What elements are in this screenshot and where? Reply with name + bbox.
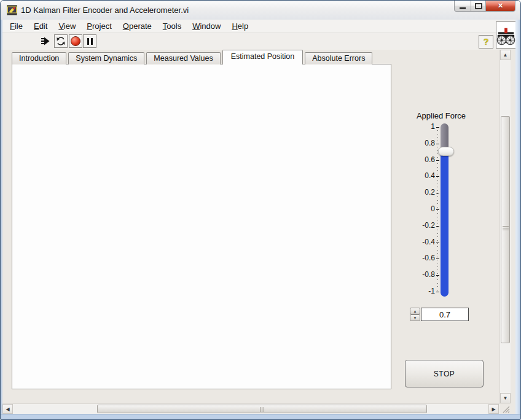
vi-icon-cart [496,21,516,49]
run-continuously-icon [56,36,66,46]
help-button[interactable]: ? [479,35,493,49]
tab-absolute-errors[interactable]: Absolute Errors [305,52,372,64]
spinner-down-icon: ▼ [413,316,417,320]
window-border-bottom [1,414,520,420]
scroll-left-icon: ◀ [6,406,9,412]
tab-estimated-position[interactable]: Estimated Position [222,50,304,64]
applied-force-value-field[interactable]: 0.7 [421,308,469,321]
spinner-up-icon: ▲ [413,309,417,313]
tab-measured-values[interactable]: Measured Values [146,52,220,64]
menu-bar: FileEditViewProjectOperateToolsWindowHel… [1,20,515,33]
slider-major-tick [436,127,439,128]
slider-major-tick [436,193,439,193]
slider-major-tick [436,160,439,161]
toolbar: ? [1,33,515,50]
title-bar[interactable]: 1D Kalman Filter Encoder and Acceleromet… [1,1,520,20]
menu-window[interactable]: Window [187,20,226,33]
thumb-grip [260,407,265,412]
resize-grip[interactable] [499,403,516,414]
tab-page-estimated-position [12,64,391,389]
tab-control: IntroductionSystem DynamicsMeasured Valu… [12,50,372,64]
vertical-scrollbar-thumb[interactable] [501,116,510,343]
slider-scale-label: 0.8 [401,139,435,147]
numeric-increment-button[interactable]: ▲ [410,308,420,314]
window-title: 1D Kalman Filter Encoder and Acceleromet… [21,6,189,15]
window-border-right [515,20,520,419]
horizontal-scrollbar[interactable]: ◀ ▶ [2,403,499,414]
slider-scale-label: -0.8 [401,270,435,279]
slider-scale-label: -0.2 [401,221,435,230]
applied-force-value: 0.7 [439,310,450,319]
slider-major-tick [436,259,439,259]
menu-file[interactable]: File [4,20,28,33]
slider-major-tick [436,243,439,243]
window-border-left [1,20,2,419]
menu-tools[interactable]: Tools [157,20,187,33]
slider-scale-label: 0.4 [401,171,435,180]
scroll-up-icon: ▲ [503,52,508,58]
slider-thumb[interactable] [438,147,454,156]
numeric-decrement-button[interactable]: ▼ [410,314,420,321]
resize-grip-icon [499,403,511,414]
pause-button[interactable] [83,34,96,48]
run-continuously-button[interactable] [54,34,68,48]
slider-scale-label: 1 [401,122,435,131]
scroll-up-button[interactable]: ▲ [500,50,511,60]
help-icon: ? [484,37,489,47]
tab-introduction[interactable]: Introduction [12,52,66,64]
run-arrow-icon [41,36,50,46]
scroll-left-button[interactable]: ◀ [2,404,13,414]
slider-major-tick [436,275,439,276]
slider-scale-label: 0.6 [401,155,435,164]
slider-label: Applied Force [407,111,475,120]
scroll-down-button[interactable]: ▼ [500,393,511,403]
slider-scale-label: 0.2 [401,188,435,196]
menu-edit[interactable]: Edit [28,20,53,33]
pause-icon [87,38,89,45]
close-icon: ✕ [498,2,503,10]
maximize-icon [475,3,482,9]
menu-operate[interactable]: Operate [117,20,157,33]
slider-scale-label: -1 [401,287,435,295]
slider-scale-label: -0.6 [401,254,435,262]
menu-project[interactable]: Project [81,20,117,33]
scroll-right-icon: ▶ [492,406,495,412]
abort-icon [71,36,80,46]
scroll-right-button[interactable]: ▶ [488,404,499,414]
pause-icon [91,38,93,45]
stop-button[interactable]: STOP [405,360,484,387]
slider-major-tick [436,292,439,292]
slider-major-tick [436,176,439,177]
vi-front-panel-window: 1D Kalman Filter Encoder and Acceleromet… [0,0,521,420]
menu-view[interactable]: View [53,20,81,33]
maximize-button[interactable] [471,1,486,12]
menu-help[interactable]: Help [226,20,254,33]
minimize-button[interactable] [454,1,471,12]
slider-major-tick [436,209,439,210]
minimize-icon [460,7,466,9]
stop-button-label: STOP [434,370,455,378]
slider-scale-label: -0.4 [401,238,435,246]
vertical-scrollbar[interactable]: ▲ ▼ [499,50,511,403]
run-button[interactable] [39,34,52,48]
horizontal-scrollbar-thumb[interactable] [97,405,427,413]
abort-button[interactable] [69,34,82,48]
slider-major-tick [436,226,439,227]
close-button[interactable]: ✕ [485,1,515,12]
scroll-down-icon: ▼ [503,395,508,401]
tab-system-dynamics[interactable]: System Dynamics [68,52,144,64]
slider-scale-label: 0 [401,204,435,213]
thumb-grip [503,226,509,231]
slider-rail-fill[interactable] [441,152,449,297]
slider-major-tick [436,144,439,144]
labview-vi-icon [7,5,17,15]
